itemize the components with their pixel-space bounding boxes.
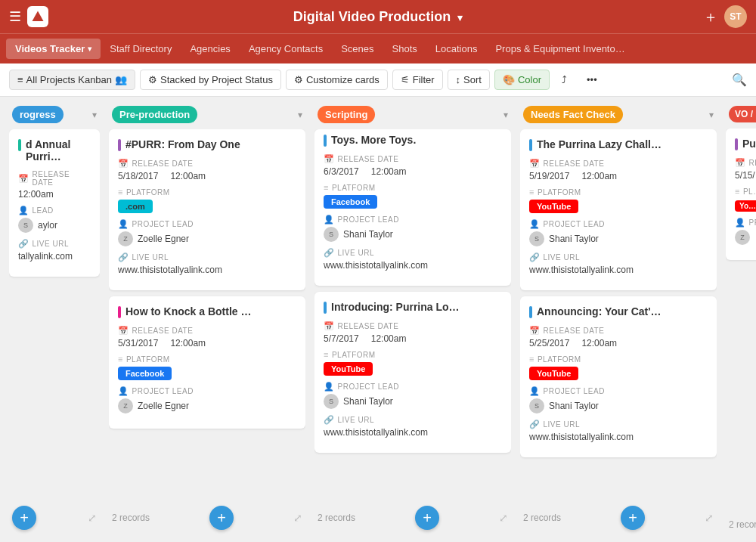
person-icon: 👤 — [324, 215, 335, 225]
color-label: Color — [518, 74, 541, 85]
expand-icon[interactable]: ⤢ — [293, 512, 302, 524]
column-scripting-footer: 2 records + ⤢ — [314, 503, 511, 533]
column-needs-fact-check-header: Needs Fact Check ▾ — [520, 106, 717, 123]
column-in-progress-chevron[interactable]: ▾ — [92, 110, 97, 120]
card-color-bar — [118, 306, 121, 318]
column-vo: VO / H ▾ Pu… 📅 RE… 5/15/… ≡ — [726, 106, 756, 533]
tab-scenes[interactable]: Scenes — [332, 39, 383, 59]
filter-button[interactable]: ⚟ Filter — [392, 70, 443, 90]
tab-agency-contacts[interactable]: Agency Contacts — [240, 39, 332, 59]
card-purrina-lo[interactable]: Introducing: Purrina Lo… 📅 RELEASE DATE … — [314, 292, 511, 453]
add-view-button[interactable]: ＋ — [703, 7, 718, 27]
tab-props[interactable]: Props & Equipment Invento… — [486, 39, 634, 59]
platform-badge: .com — [118, 200, 153, 213]
lead-avatar: S — [18, 218, 33, 233]
tab-videos-tracker[interactable]: Videos Tracker ▾ — [6, 39, 101, 59]
card-annual-purr[interactable]: d Annual Purri… 📅 RELEASE DATE 12:00am 👤… — [9, 129, 100, 277]
platform-badge: YouTube — [529, 200, 578, 213]
column-needs-fact-cards: The Purrina Lazy Chall… 📅 RELEASE DATE 5… — [520, 129, 717, 497]
platform-badge: Yo… — [735, 200, 756, 212]
calendar-icon: 📅 — [18, 174, 29, 184]
card-purrina-lo-title: Introducing: Purrina Lo… — [324, 301, 502, 314]
card-project-lead: 👤 PROJECT LEAD Z Zoelle Egner — [118, 386, 296, 413]
sort-button[interactable]: ↕ Sort — [448, 70, 490, 90]
column-pre-production-chevron[interactable]: ▾ — [298, 110, 302, 120]
card-purrina-lazy[interactable]: The Purrina Lazy Chall… 📅 RELEASE DATE 5… — [520, 129, 717, 290]
person-icon: 👤 — [529, 386, 541, 396]
header-right: ＋ ST — [703, 5, 747, 28]
link-icon: 🔗 — [324, 248, 335, 258]
in-progress-add-button[interactable]: + — [12, 506, 36, 530]
column-scripting-chevron[interactable]: ▾ — [503, 110, 508, 120]
tab-agencies[interactable]: Agencies — [181, 39, 239, 59]
hamburger-icon[interactable]: ☰ — [9, 8, 21, 25]
filter-icon: ⚟ — [401, 74, 410, 85]
platform-badge: Facebook — [118, 367, 172, 380]
card-platform: ≡ PLATFORM Facebook — [324, 183, 502, 209]
card-knock-bottle[interactable]: How to Knock a Bottle … 📅 RELEASE DATE 5… — [109, 296, 305, 429]
card-purr-day-one[interactable]: #PURR: From Day One 📅 RELEASE DATE 5/18/… — [109, 129, 305, 290]
card-vo-partial[interactable]: Pu… 📅 RE… 5/15/… ≡ PL… Yo… — [726, 129, 756, 260]
toolbar-left: ≡ All Projects Kanban 👥 ⚙ Stacked by Pro… — [9, 70, 726, 90]
card-announcing-cat[interactable]: Announcing: Your Cat'… 📅 RELEASE DATE 5/… — [520, 296, 717, 457]
column-needs-fact-chevron[interactable]: ▾ — [709, 110, 714, 120]
link-icon: 🔗 — [529, 252, 541, 262]
card-release-date: 📅 RE… 5/15/… — [735, 158, 756, 181]
card-announcing-cat-title: Announcing: Your Cat'… — [529, 305, 708, 318]
needs-fact-add-button[interactable]: + — [621, 506, 645, 530]
column-vo-header: VO / H ▾ — [726, 106, 756, 122]
expand-icon[interactable]: ⤢ — [88, 512, 97, 524]
search-button[interactable]: 🔍 — [732, 73, 747, 87]
card-color-bar — [529, 139, 532, 151]
view-icon: ≡ — [17, 74, 23, 85]
lead-avatar: Z — [118, 398, 133, 413]
stacked-view-button[interactable]: ⚙ Stacked by Project Status — [140, 70, 281, 90]
card-live-url: 🔗 LIVE URL www.thisistotallyalink.com — [324, 415, 502, 438]
nav-tabs: Videos Tracker ▾ Staff Directory Agencie… — [0, 33, 756, 63]
calendar-icon: 📅 — [324, 154, 335, 164]
card-color-bar — [18, 139, 21, 151]
header-left: ☰ — [9, 6, 48, 27]
card-toys[interactable]: Toys. More Toys. 📅 RELEASE DATE 6/3/2017… — [314, 129, 511, 286]
card-color-bar — [324, 135, 327, 147]
column-scripting: Scripting ▾ Toys. More Toys. 📅 RELEASE D… — [314, 106, 511, 533]
calendar-icon: 📅 — [118, 159, 129, 169]
card-project-lead: 👤 PROJECT LEAD S Shani Taylor — [324, 382, 502, 409]
view-label: All Projects Kanban — [26, 74, 112, 85]
title-dropdown-arrow[interactable]: ▾ — [457, 12, 463, 23]
scripting-add-button[interactable]: + — [415, 506, 439, 530]
card-project-lead: 👤 PROJECT LEAD S Shani Taylor — [529, 219, 708, 246]
customize-cards-button[interactable]: ⚙ Customize cards — [286, 70, 388, 90]
view-switcher-button[interactable]: ≡ All Projects Kanban 👥 — [9, 70, 135, 90]
card-lead-field: 👤 LEAD S aylor — [18, 206, 91, 233]
pre-production-add-button[interactable]: + — [209, 506, 234, 530]
color-button[interactable]: 🎨 Color — [494, 70, 550, 90]
card-platform: ≡ PLATFORM YouTube — [324, 350, 502, 376]
avatar: ST — [724, 5, 747, 28]
calendar-icon: 📅 — [529, 326, 541, 336]
person-icon: 👤 — [529, 219, 541, 229]
card-lead-vo: 👤 PR… Z — [735, 218, 756, 245]
card-project-lead: 👤 PROJECT LEAD Z Zoelle Egner — [118, 219, 296, 246]
column-vo-label: VO / H — [729, 106, 756, 122]
platform-icon: ≡ — [118, 187, 123, 197]
column-pre-production-header: Pre-production ▾ — [109, 106, 305, 123]
platform-icon: ≡ — [529, 355, 534, 364]
column-in-progress-footer: + ⤢ — [9, 503, 100, 533]
expand-icon[interactable]: ⤢ — [499, 512, 508, 524]
expand-icon[interactable]: ⤢ — [705, 512, 714, 524]
tab-locations[interactable]: Locations — [426, 39, 487, 59]
color-icon: 🎨 — [503, 74, 515, 85]
column-in-progress-label: rogress — [12, 106, 64, 123]
person-icon: 👤 — [118, 219, 129, 229]
column-pre-production-label: Pre-production — [112, 106, 197, 123]
more-options-button[interactable]: ••• — [579, 70, 605, 89]
tab-staff-directory[interactable]: Staff Directory — [101, 39, 181, 59]
svg-marker-0 — [33, 11, 44, 22]
column-needs-fact-label: Needs Fact Check — [523, 106, 623, 123]
share-button[interactable]: ⤴ — [554, 70, 575, 89]
platform-icon: ≡ — [735, 187, 740, 196]
tab-shots[interactable]: Shots — [383, 39, 426, 59]
column-pre-production-cards: #PURR: From Day One 📅 RELEASE DATE 5/18/… — [109, 129, 305, 497]
card-release-date-field: 📅 RELEASE DATE 12:00am — [18, 170, 91, 200]
